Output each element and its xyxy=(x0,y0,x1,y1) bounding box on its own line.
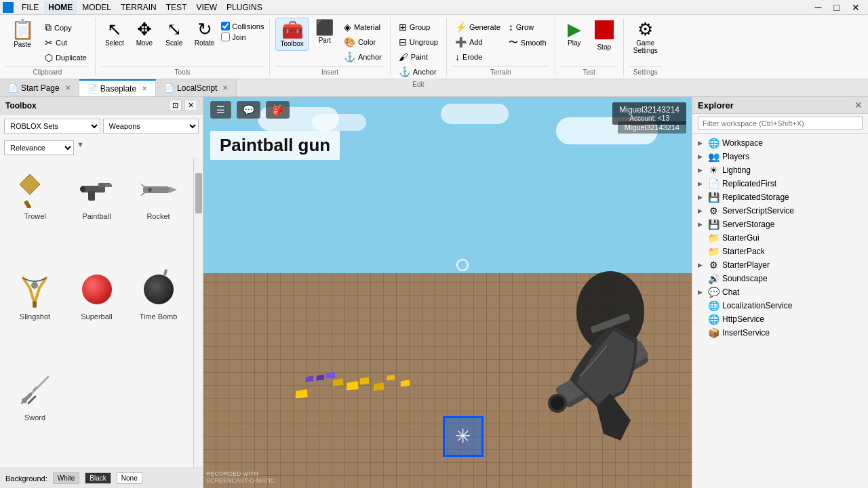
menu-view[interactable]: VIEW xyxy=(192,1,221,14)
add-button[interactable]: ➕ Add xyxy=(452,35,503,49)
sort-select[interactable]: Relevance Most Taken Updated xyxy=(4,140,74,155)
tab-baseplate[interactable]: 📄 Baseplate ✕ xyxy=(79,79,156,96)
tree-item-lighting[interactable]: ▶ Lighting xyxy=(692,163,868,177)
anchor-button[interactable]: ⚓ Anchor xyxy=(341,50,384,64)
tree-item-soundscape[interactable]: ▶ Soundscape xyxy=(692,272,868,285)
window-minimize[interactable]: ─ xyxy=(810,1,827,14)
tool-sword[interactable]: Sword xyxy=(7,366,63,461)
game-settings-button[interactable]: ⚙ GameSettings xyxy=(629,18,662,57)
scale-button[interactable]: ⤡ Scale xyxy=(161,18,188,49)
bg-white-button[interactable]: White xyxy=(53,472,80,484)
collisions-check[interactable]: Collisions xyxy=(221,22,264,30)
svg-marker-1 xyxy=(20,174,40,195)
viewport[interactable]: ☰ 💬 🎒 Miguel32143214 Account: <13 Miguel… xyxy=(203,97,692,488)
move-button[interactable]: ✥ Move xyxy=(131,18,158,49)
tool-timebomb[interactable]: Time Bomb xyxy=(130,265,186,360)
part-button[interactable]: ⬛ Part xyxy=(311,18,338,47)
toolbox-scrollbar[interactable] xyxy=(193,158,203,468)
tree-item-serverscript-service[interactable]: ▶ ServerScriptService xyxy=(692,204,868,218)
watermark: RECORDED WITHSCREENCAST-O-MATIC xyxy=(206,470,275,484)
filter-select[interactable]: Weapons Gear Accessories xyxy=(103,119,199,134)
settings-label: Settings xyxy=(629,66,662,76)
svg-point-5 xyxy=(80,186,85,192)
category-select[interactable]: ROBLOX Sets My Models Free Models xyxy=(4,119,100,134)
bg-none-button[interactable]: None xyxy=(117,472,142,484)
cut-button[interactable]: ✂ Cut xyxy=(42,36,90,49)
toolbox-panel: Toolbox ⊡ ✕ ROBLOX Sets My Models Free M… xyxy=(0,97,203,488)
toolbox-button[interactable]: 🧰 Toolbox xyxy=(275,18,308,51)
join-check[interactable]: Join xyxy=(221,33,264,41)
tree-item-server-storage[interactable]: ▶ ServerStorage xyxy=(692,218,868,231)
tab-start-page-close[interactable]: ✕ xyxy=(65,84,71,92)
tree-item-players[interactable]: ▶ Players xyxy=(692,150,868,163)
replicatedstorage-label: ReplicatedStorage xyxy=(722,192,863,202)
viewport-chat-button[interactable]: 💬 xyxy=(237,101,260,119)
tab-localscript[interactable]: 📄 LocalScript ✕ xyxy=(156,79,237,96)
tree-item-chat[interactable]: ▶ Chat xyxy=(692,285,868,299)
rocket-icon xyxy=(138,169,179,209)
erode-button[interactable]: ↓ Erode xyxy=(452,50,503,64)
tool-slingshot[interactable]: Slingshot xyxy=(7,265,63,360)
explorer-tree: ▶ Workspace ▶ Players ▶ Lighting ▶ Repli… xyxy=(692,134,868,488)
soundscape-arrow: ▶ xyxy=(698,275,705,282)
user-avatar-label: Miguel32143214 xyxy=(618,121,686,134)
menu-test[interactable]: TEST xyxy=(162,1,191,14)
toolbox-close-button[interactable]: ✕ xyxy=(184,100,197,111)
tree-item-starter-player[interactable]: ▶ StarterPlayer xyxy=(692,258,868,272)
explorer-title: Explorer xyxy=(698,100,734,110)
toolbox-pin-button[interactable]: ⊡ xyxy=(169,100,182,111)
explorer-close-button[interactable]: ✕ xyxy=(854,100,863,110)
menu-terrain[interactable]: TERRAIN xyxy=(117,1,161,14)
viewport-menu-button[interactable]: ☰ xyxy=(210,101,231,119)
generate-button[interactable]: ⚡ Generate xyxy=(452,20,503,34)
tree-item-localization-service[interactable]: ▶ LocalizationService xyxy=(692,299,868,312)
grow-button[interactable]: ↕ Grow xyxy=(506,20,549,34)
startergui-label: StarterGui xyxy=(722,233,863,243)
group-button[interactable]: ⊞ Group xyxy=(396,20,441,34)
color-button[interactable]: 🎨 Color xyxy=(341,35,384,49)
tool-paintball[interactable]: Paintball xyxy=(68,165,125,260)
localizationservice-icon xyxy=(707,300,719,311)
play-button[interactable]: ▶ Play xyxy=(561,18,588,49)
copy-button[interactable]: ⧉ Copy xyxy=(42,20,90,35)
tool-superball[interactable]: Superball xyxy=(68,265,125,360)
serverscriptservice-label: ServerScriptService xyxy=(722,206,863,216)
tree-item-workspace[interactable]: ▶ Workspace xyxy=(692,136,868,150)
ungroup-button[interactable]: ⊟ Ungroup xyxy=(396,35,441,49)
paintball-icon xyxy=(77,169,117,209)
window-close[interactable]: ✕ xyxy=(846,1,865,14)
stop-button[interactable]: Stop xyxy=(591,18,618,54)
tree-item-replicated-first[interactable]: ▶ ReplicatedFirst xyxy=(692,177,868,190)
tab-start-page[interactable]: 📄 Start Page ✕ xyxy=(0,79,79,96)
menu-model[interactable]: MODEL xyxy=(78,1,115,14)
tree-item-replicated-storage[interactable]: ▶ ReplicatedStorage xyxy=(692,190,868,204)
startergui-arrow: ▶ xyxy=(698,235,705,241)
duplicate-button[interactable]: ⬡ Duplicate xyxy=(42,51,90,64)
tree-item-http-service[interactable]: ▶ HttpService xyxy=(692,312,868,326)
edit-anchor-button[interactable]: ⚓ Anchor xyxy=(396,65,441,79)
superball-icon xyxy=(77,269,117,310)
tool-trowel[interactable]: Trowel xyxy=(7,165,63,260)
select-button[interactable]: ↖ Select xyxy=(101,18,128,49)
rotate-button[interactable]: ↻ Rotate xyxy=(191,18,218,49)
smooth-button[interactable]: 〜 Smooth xyxy=(506,35,549,50)
bg-black-button[interactable]: Black xyxy=(85,472,111,484)
paste-button[interactable]: 📋 Paste xyxy=(5,18,39,51)
menu-home[interactable]: HOME xyxy=(44,1,77,14)
menu-file[interactable]: FILE xyxy=(18,1,43,14)
tool-rocket[interactable]: Rocket xyxy=(130,165,186,260)
explorer-search-input[interactable] xyxy=(698,117,863,130)
tab-localscript-close[interactable]: ✕ xyxy=(222,84,228,92)
tree-item-insert-service[interactable]: ▶ InsertService xyxy=(692,326,868,340)
players-icon xyxy=(707,151,719,162)
main-layout: Toolbox ⊡ ✕ ROBLOX Sets My Models Free M… xyxy=(0,97,868,488)
viewport-inventory-button[interactable]: 🎒 xyxy=(266,101,290,119)
players-label: Players xyxy=(722,152,863,161)
tab-baseplate-close[interactable]: ✕ xyxy=(142,85,147,92)
window-maximize[interactable]: □ xyxy=(829,1,845,14)
paint-button[interactable]: 🖌 Paint xyxy=(396,50,441,64)
menu-plugins[interactable]: PLUGINS xyxy=(222,1,267,14)
material-button[interactable]: ◈ Material xyxy=(341,20,384,34)
tree-item-starter-gui[interactable]: ▶ StarterGui xyxy=(692,231,868,245)
tree-item-starter-pack[interactable]: ▶ StarterPack xyxy=(692,245,868,258)
